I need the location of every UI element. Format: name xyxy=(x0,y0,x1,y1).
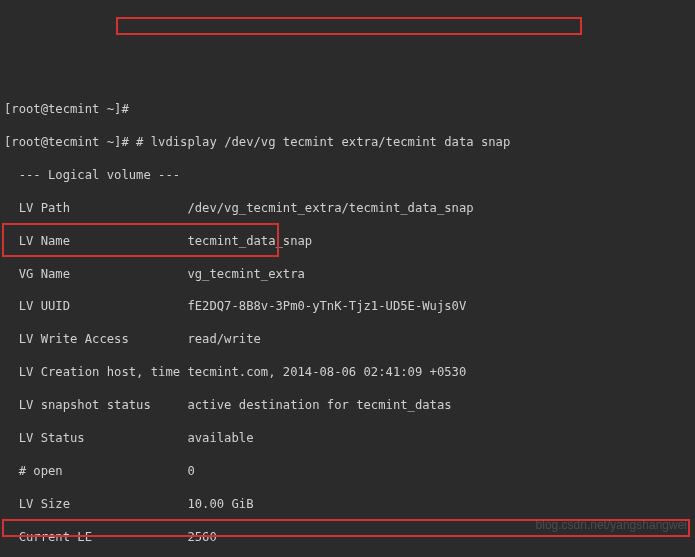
lv-header: --- Logical volume --- xyxy=(4,167,691,183)
lv-row: LV Write Access read/write xyxy=(4,331,691,347)
lv-label: LV Write Access xyxy=(4,332,187,346)
lv-label: LV UUID xyxy=(4,299,187,313)
lv-label: LV Status xyxy=(4,431,187,445)
lv-value: fE2DQ7-8B8v-3Pm0-yTnK-Tjz1-UD5E-Wujs0V xyxy=(187,299,466,313)
lv-label: LV Creation host, time xyxy=(4,365,187,379)
lv-row: LV snapshot status active destination fo… xyxy=(4,397,691,413)
lv-row: LV Creation host, time tecmint.com, 2014… xyxy=(4,364,691,380)
lv-row: VG Name vg_tecmint_extra xyxy=(4,266,691,282)
watermark: blog.csdn.net/yangshangwei xyxy=(536,517,687,533)
lv-value: /dev/vg_tecmint_extra/tecmint_data_snap xyxy=(187,201,473,215)
lv-value: vg_tecmint_extra xyxy=(187,267,304,281)
cmd-line: [root@tecmint ~]# # lvdisplay /dev/vg te… xyxy=(4,134,691,150)
lv-label: # open xyxy=(4,464,187,478)
lv-value: active destination for tecmint_datas xyxy=(187,398,451,412)
lv-row: LV UUID fE2DQ7-8B8v-3Pm0-yTnK-Tjz1-UD5E-… xyxy=(4,298,691,314)
lv-value: 0 xyxy=(187,464,194,478)
cmd-lvdisplay: # lvdisplay /dev/vg tecmint extra/tecmin… xyxy=(136,135,510,149)
lv-row: LV Size 10.00 GiB xyxy=(4,496,691,512)
lv-value: available xyxy=(187,431,253,445)
lv-value: tecmint.com, 2014-08-06 02:41:09 +0530 xyxy=(187,365,466,379)
lv-label: VG Name xyxy=(4,267,187,281)
lv-row: # open 0 xyxy=(4,463,691,479)
prompt-line: [root@tecmint ~]# xyxy=(4,101,691,117)
lv-label: LV Path xyxy=(4,201,187,215)
lv-label: LV Size xyxy=(4,497,187,511)
lv-value: 10.00 GiB xyxy=(187,497,253,511)
lv-label: LV snapshot status xyxy=(4,398,187,412)
highlight-cow-table xyxy=(2,223,279,257)
highlight-lvdisplay-cmd xyxy=(116,17,582,35)
lv-row: LV Path /dev/vg_tecmint_extra/tecmint_da… xyxy=(4,200,691,216)
lv-row: LV Status available xyxy=(4,430,691,446)
prompt: [root@tecmint ~]# xyxy=(4,135,136,149)
lv-value: read/write xyxy=(187,332,260,346)
